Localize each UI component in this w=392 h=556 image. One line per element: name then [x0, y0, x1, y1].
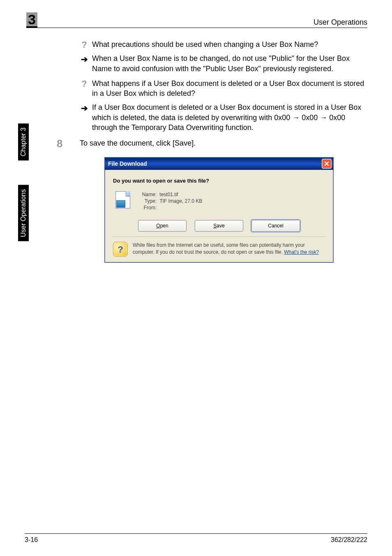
arrow-icon: ➔ — [80, 102, 89, 113]
file-type-icon — [115, 191, 130, 208]
qa-answer-1: When a User Box Name is to be changed, d… — [92, 53, 367, 74]
cancel-button[interactable]: Cancel — [251, 220, 300, 232]
close-button[interactable] — [322, 159, 332, 169]
dialog-title: File Download — [108, 160, 147, 168]
footer-page-number: 3-16 — [25, 536, 38, 544]
warning-icon: ? — [113, 242, 128, 257]
step-text: To save the document, click [Save]. — [80, 138, 196, 148]
divider — [112, 236, 326, 237]
footer-model: 362/282/222 — [331, 536, 367, 544]
step-number: 8 — [57, 138, 80, 149]
close-icon — [324, 161, 329, 166]
chapter-tab: Chapter 3 — [18, 123, 29, 160]
file-name-label: Name: — [137, 191, 157, 198]
whats-the-risk-link[interactable]: What's the risk? — [284, 249, 319, 255]
arrow-icon: ➔ — [80, 53, 89, 64]
content-area: ? What precautions should be used when c… — [80, 39, 367, 263]
page-footer: 3-16 362/282/222 — [25, 533, 367, 544]
file-type-value: TIF Image, 27.0 KB — [159, 198, 202, 204]
file-type-label: Type: — [137, 198, 157, 204]
file-from-label: From: — [137, 204, 157, 211]
chapter-number-badge: 3 — [26, 12, 37, 28]
file-name-value: test01.tif — [159, 192, 178, 197]
open-button[interactable]: Open — [138, 220, 187, 232]
save-button[interactable]: Save — [195, 220, 243, 232]
section-tab: User Operations — [18, 185, 29, 241]
question-icon: ? — [80, 79, 89, 88]
qa-question-2: What happens if a User Box document is d… — [92, 79, 367, 99]
warning-text: While files from the Internet can be use… — [133, 242, 325, 257]
qa-answer-2: If a User Box document is deleted or a U… — [92, 102, 367, 132]
file-download-dialog: File Download Do you want to open or sav… — [104, 157, 334, 263]
dialog-titlebar[interactable]: File Download — [105, 158, 333, 170]
file-metadata: Name: test01.tif Type: TIF Image, 27.0 K… — [137, 191, 202, 211]
page-header: 3 User Operations — [26, 12, 367, 28]
dialog-prompt: Do you want to open or save this file? — [113, 177, 325, 185]
question-icon: ? — [80, 39, 89, 49]
header-title: User Operations — [314, 18, 367, 27]
qa-question-1: What precautions should be used when cha… — [92, 39, 318, 49]
